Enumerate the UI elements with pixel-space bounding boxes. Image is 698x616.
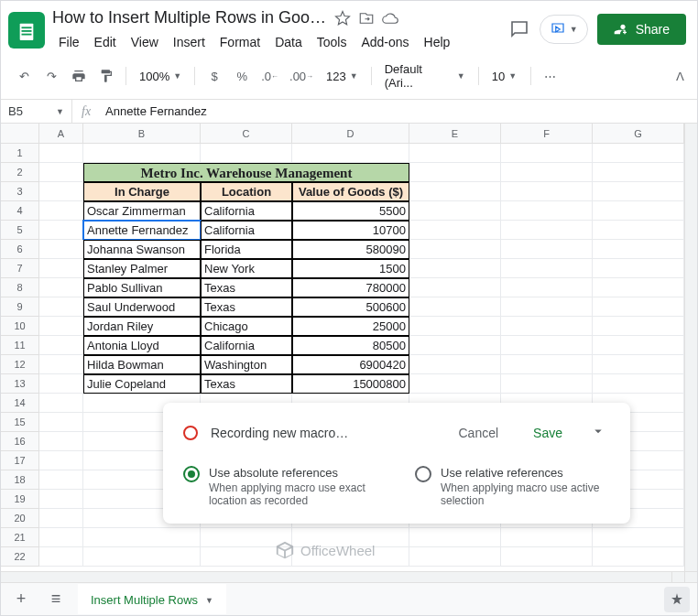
cell[interactable]: Julie Copeland (83, 374, 201, 394)
row-header[interactable]: 1 (1, 144, 38, 163)
row-header[interactable]: 14 (1, 394, 38, 413)
col-header-b[interactable]: B (83, 124, 201, 143)
paint-format-button[interactable] (94, 64, 118, 88)
zoom-select[interactable]: 100%▼ (134, 66, 187, 87)
cell[interactable] (39, 240, 83, 259)
menu-insert[interactable]: Insert (167, 31, 212, 53)
cell[interactable] (39, 355, 83, 374)
cell[interactable]: Johanna Swanson (83, 240, 201, 259)
formula-input[interactable]: Annette Fernandez (100, 100, 697, 123)
row-header[interactable]: 15 (1, 413, 38, 432)
cell[interactable] (409, 297, 501, 317)
cell[interactable] (501, 355, 593, 374)
menu-edit[interactable]: Edit (88, 31, 123, 53)
cell[interactable] (39, 509, 83, 528)
cell[interactable] (593, 547, 684, 567)
selected-cell[interactable]: Annette Fernandez (83, 221, 201, 240)
cell[interactable] (501, 182, 593, 201)
col-header-c[interactable]: C (201, 124, 292, 143)
cell[interactable] (409, 278, 501, 297)
cell[interactable]: Saul Underwood (83, 297, 201, 317)
horizontal-scrollbar[interactable] (1, 571, 697, 582)
row-header[interactable]: 18 (1, 470, 38, 490)
cell[interactable]: Oscar Zimmerman (83, 201, 201, 221)
number-format-select[interactable]: 123▼ (321, 66, 364, 87)
macro-option-relative[interactable]: Use relative references When applying ma… (415, 466, 610, 507)
cell[interactable] (39, 144, 83, 163)
col-header-d[interactable]: D (292, 124, 409, 143)
print-button[interactable] (67, 64, 91, 88)
present-button[interactable]: ▼ (540, 15, 588, 44)
cell[interactable] (593, 297, 684, 317)
row-header[interactable]: 12 (1, 355, 38, 374)
row-header[interactable]: 3 (1, 182, 38, 201)
cell[interactable]: 80500 (292, 336, 409, 355)
menu-view[interactable]: View (125, 31, 165, 53)
cell[interactable] (39, 163, 83, 182)
chevron-down-icon[interactable] (586, 419, 610, 446)
share-button[interactable]: Share (597, 14, 686, 45)
cell[interactable]: 500600 (292, 297, 409, 317)
cell[interactable] (501, 374, 593, 394)
cell[interactable] (39, 221, 83, 240)
cell[interactable] (593, 336, 684, 355)
row-header[interactable]: 10 (1, 317, 38, 336)
cell[interactable] (39, 278, 83, 297)
menu-help[interactable]: Help (418, 31, 457, 53)
row-header[interactable]: 20 (1, 509, 38, 528)
cell[interactable] (593, 528, 684, 547)
cell[interactable]: Jordan Riley (83, 317, 201, 336)
currency-button[interactable]: $ (202, 64, 226, 88)
table-header[interactable]: In Charge (83, 182, 201, 201)
cell[interactable] (39, 394, 83, 413)
cell[interactable] (501, 163, 593, 182)
collapse-toolbar-button[interactable]: ᐱ (676, 70, 684, 83)
cell[interactable]: 6900420 (292, 355, 409, 374)
cell[interactable] (39, 201, 83, 221)
star-icon[interactable] (334, 10, 351, 27)
macro-option-absolute[interactable]: Use absolute references When applying ma… (183, 466, 378, 507)
cell[interactable]: New York (201, 259, 292, 278)
cell[interactable]: 25000 (292, 317, 409, 336)
cell[interactable] (593, 144, 684, 163)
cell[interactable] (409, 144, 501, 163)
comments-icon[interactable] (508, 18, 530, 40)
cell[interactable]: 5500 (292, 201, 409, 221)
cell[interactable] (409, 221, 501, 240)
menu-file[interactable]: File (52, 31, 86, 53)
select-all-corner[interactable] (1, 124, 39, 143)
cell[interactable] (409, 163, 501, 182)
save-button[interactable]: Save (522, 420, 573, 446)
cell[interactable] (593, 221, 684, 240)
row-header[interactable]: 13 (1, 374, 38, 394)
cell[interactable]: 780000 (292, 278, 409, 297)
row-header[interactable]: 5 (1, 221, 38, 240)
row-header[interactable]: 2 (1, 163, 38, 182)
cell[interactable] (501, 317, 593, 336)
cell[interactable] (39, 317, 83, 336)
cell[interactable]: Washington (201, 355, 292, 374)
font-size-select[interactable]: 10▼ (486, 66, 523, 87)
radio-selected-icon[interactable] (183, 466, 200, 482)
menu-format[interactable]: Format (213, 31, 267, 53)
menu-tools[interactable]: Tools (311, 31, 354, 53)
cell[interactable] (201, 144, 292, 163)
cell[interactable] (593, 182, 684, 201)
cell[interactable]: California (201, 221, 292, 240)
increase-decimal-button[interactable]: .00→ (286, 64, 317, 88)
explore-button[interactable] (664, 587, 690, 612)
col-header-e[interactable]: E (409, 124, 501, 143)
cell[interactable] (593, 278, 684, 297)
add-sheet-button[interactable]: + (8, 587, 34, 612)
cell[interactable] (39, 336, 83, 355)
cell[interactable] (501, 297, 593, 317)
cell[interactable] (501, 201, 593, 221)
font-select[interactable]: Default (Ari...▼ (379, 59, 471, 93)
cell[interactable] (409, 336, 501, 355)
cell[interactable]: 10700 (292, 221, 409, 240)
cell[interactable]: California (201, 336, 292, 355)
row-header[interactable]: 7 (1, 259, 38, 278)
cell[interactable]: Stanley Palmer (83, 259, 201, 278)
cell[interactable] (501, 221, 593, 240)
cell[interactable] (593, 374, 684, 394)
